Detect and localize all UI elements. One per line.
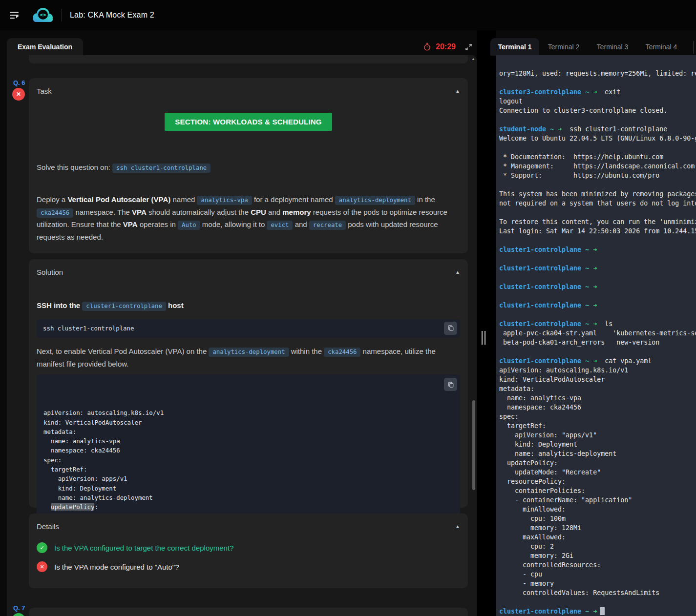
vpa-yaml-lines: apiVersion: autoscaling.k8s.io/v1kind: V… [43, 408, 439, 521]
copy-icon[interactable] [444, 322, 457, 335]
copy-icon[interactable] [444, 378, 457, 391]
terminal-cursor [600, 607, 605, 615]
timer-value: 20:29 [436, 42, 456, 51]
details-card: Details ▲ ✓Is the VPA configured to targ… [29, 513, 468, 588]
code-chip: cka24456 [37, 208, 73, 218]
solution-card: Solution ▲ SSH into the cluster1-control… [29, 259, 468, 508]
prompt-host: cluster1-controlplane [499, 265, 581, 272]
prompt-arrow: ➜ [593, 265, 597, 272]
prompt-arrow: ➜ [593, 283, 597, 290]
yaml-line: updatePolicy: [43, 502, 439, 512]
prompt-tilde: ~ [581, 88, 593, 96]
terminal-command: ssh cluster1-controlplane [562, 125, 667, 133]
collapse-details-icon[interactable]: ▲ [455, 524, 460, 529]
terminal-line: memory: 2Gi [499, 551, 696, 560]
resize-handle[interactable] [480, 331, 487, 345]
solution-paragraph: Next, to enable Vertical Pod Autoscaler … [37, 346, 460, 370]
yaml-line: metadata: [43, 427, 439, 436]
terminal-line [499, 180, 696, 189]
terminal-line: cluster1-controlplane ~ ➜ ls [499, 319, 696, 329]
code-chip: analytics-deployment [209, 348, 289, 357]
terminal-line [499, 115, 696, 124]
terminal-line: cluster1-controlplane ~ ➜ [499, 607, 696, 616]
terminal-line: namespace: cka24456 [499, 403, 696, 412]
check-text: Is the VPA mode configured to "Auto"? [54, 563, 179, 571]
terminal-line [499, 291, 696, 301]
terminal-tabbar: Terminal 1Terminal 2Terminal 3Terminal 4 [490, 38, 686, 56]
prompt-arrow: ➜ [593, 608, 597, 615]
question-7-card-partial [29, 608, 468, 616]
lab-title: Lab: CKA Mock Exam 2 [70, 11, 154, 20]
code-chip: recreate [309, 221, 346, 230]
prompt-tilde: ~ [581, 265, 593, 272]
topbar-divider [62, 9, 62, 21]
terminal-line: name: analytics-deployment [499, 449, 696, 458]
terminal-line [499, 208, 696, 217]
terminal-line [499, 78, 696, 87]
tab-terminal-4[interactable]: Terminal 4 [637, 38, 686, 56]
terminal-line: updateMode: "Recreate" [499, 468, 696, 477]
prompt-tilde: ~ [581, 302, 593, 309]
terminal-line: * Support: https://ubuntu.com/pro [499, 171, 696, 180]
ssh-command: ssh cluster1-controlplane [43, 325, 134, 332]
terminal-line: cpu: 2 [499, 542, 696, 551]
yaml-line: name: analytics-deployment [43, 493, 439, 502]
terminal-line: Last login: Sat Mar 14 22:50:03 2026 fro… [499, 226, 696, 236]
exam-evaluation-panel: ▲ Q. 6 ✕ Task ▲ SECTION: WORKLOADS & SCH… [7, 55, 477, 616]
terminal-line: logout [499, 97, 696, 106]
yaml-line: targetRef: [43, 465, 439, 474]
terminal-line: kind: Deployment [499, 440, 696, 449]
tab-terminal-3[interactable]: Terminal 3 [588, 38, 637, 56]
scrollbar-thumb[interactable] [472, 400, 475, 490]
terminal-command: ls [597, 320, 612, 328]
terminal-line: cluster3-controlplane ~ ➜ exit [499, 87, 696, 97]
terminal-line: containerPolicies: [499, 486, 696, 495]
stopwatch-icon [423, 42, 431, 51]
question-6-label: Q. 6 [13, 79, 25, 86]
yaml-line: apiVersion: autoscaling.k8s.io/v1 [43, 408, 439, 417]
prompt-host: cluster1-controlplane [499, 302, 581, 309]
collapse-solution-icon[interactable]: ▲ [455, 270, 460, 275]
code-chip: analytics-vpa [197, 196, 252, 205]
terminal-line: cluster1-controlplane ~ ➜ [499, 245, 696, 254]
terminal-output: ory=128Mi, used: requests.memory=256Mi, … [496, 55, 696, 616]
terminal-line: cluster1-controlplane ~ ➜ [499, 282, 696, 291]
terminal-line [499, 254, 696, 264]
yaml-line: spec: [43, 455, 439, 465]
terminal-line: cluster1-controlplane ~ ➜ [499, 264, 696, 273]
prompt-tilde: ~ [581, 246, 593, 253]
task-card-title: Task [37, 87, 52, 95]
code-chip: Auto [178, 221, 200, 230]
kodekloud-logo[interactable]: <> [30, 6, 55, 24]
solve-on-line: Solve this question on: ssh cluster1-con… [37, 162, 460, 174]
prompt-arrow: ➜ [593, 320, 597, 328]
prompt-host: cluster1-controlplane [499, 320, 581, 328]
tab-terminal-1[interactable]: Terminal 1 [490, 38, 539, 56]
prompt-tilde: ~ [581, 357, 593, 365]
prompt-arrow: ➜ [593, 357, 597, 365]
terminal-line: beta-pod-cka01-arch_errors new-version [499, 338, 696, 347]
scrollbar-up-arrow[interactable]: ▲ [470, 57, 476, 61]
collapse-task-icon[interactable]: ▲ [455, 89, 460, 94]
details-check-list: ✓Is the VPA configured to target the cor… [29, 542, 468, 572]
terminal-panel[interactable]: ory=128Mi, used: requests.memory=256Mi, … [496, 55, 696, 616]
expand-icon[interactable] [465, 43, 472, 51]
tab-terminal-2[interactable]: Terminal 2 [539, 38, 588, 56]
prompt-host: cluster1-controlplane [499, 357, 581, 365]
prompt-arrow: ➜ [558, 125, 562, 133]
terminal-line: cpu: 100m [499, 514, 696, 523]
terminal-line: minAllowed: [499, 505, 696, 514]
prompt-tilde: ~ [546, 125, 558, 133]
terminal-line: targetRef: [499, 421, 696, 431]
menu-unfold-icon[interactable] [7, 8, 21, 22]
tab-exam-evaluation[interactable]: Exam Evaluation [7, 38, 83, 56]
terminal-line [499, 310, 696, 319]
prompt-host: cluster1-controlplane [499, 608, 581, 615]
yaml-line: apiVersion: apps/v1 [43, 474, 439, 483]
terminal-command: exit [597, 88, 620, 96]
ssh-instruction-line: SSH into the cluster1-controlplane host [37, 300, 460, 312]
terminal-line: - cpu [499, 570, 696, 579]
terminal-line: * Documentation: https://help.ubuntu.com [499, 152, 696, 162]
code-chip: ssh cluster1-controlplane [112, 164, 211, 173]
previous-question-card-partial [29, 55, 468, 63]
